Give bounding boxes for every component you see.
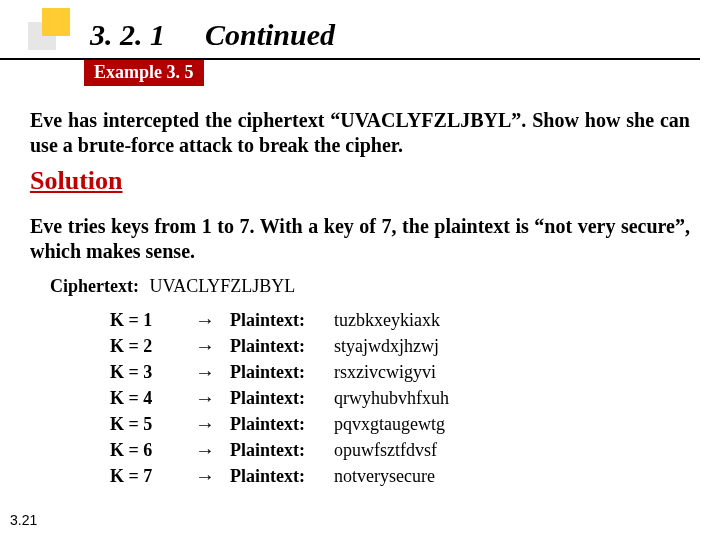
ciphertext-value: UVACLYFZLJBYL: [149, 276, 295, 296]
key-value: K = 2: [110, 336, 180, 357]
arrow-icon: →: [180, 439, 230, 462]
key-value: K = 6: [110, 440, 180, 461]
plaintext-value: qrwyhubvhfxuh: [334, 388, 449, 409]
arrow-icon: →: [180, 387, 230, 410]
section-number: 3. 2. 1: [90, 18, 165, 52]
arrow-icon: →: [180, 361, 230, 384]
ciphertext-line: Ciphertext: UVACLYFZLJBYL: [50, 276, 680, 297]
key-value: K = 4: [110, 388, 180, 409]
key-value: K = 3: [110, 362, 180, 383]
table-row: K = 1→Plaintext:tuzbkxeykiaxk: [110, 309, 680, 332]
slide-header: 3. 2. 1 Continued: [0, 0, 700, 60]
table-row: K = 6→Plaintext:opuwfsztfdvsf: [110, 439, 680, 462]
arrow-icon: →: [180, 465, 230, 488]
example-subheader: Example 3. 5: [0, 60, 720, 90]
plaintext-label: Plaintext:: [230, 466, 330, 487]
ciphertext-label: Ciphertext:: [50, 276, 139, 296]
arrow-icon: →: [180, 309, 230, 332]
solution-heading: Solution: [30, 166, 690, 196]
key-value: K = 7: [110, 466, 180, 487]
plaintext-label: Plaintext:: [230, 388, 330, 409]
brute-force-table: K = 1→Plaintext:tuzbkxeykiaxkK = 2→Plain…: [110, 309, 680, 488]
section-title: Continued: [205, 18, 335, 52]
table-row: K = 4→Plaintext:qrwyhubvhfxuh: [110, 387, 680, 410]
plaintext-value: opuwfsztfdvsf: [334, 440, 437, 461]
table-row: K = 5→Plaintext:pqvxgtaugewtg: [110, 413, 680, 436]
key-value: K = 1: [110, 310, 180, 331]
cipher-block: Ciphertext: UVACLYFZLJBYL K = 1→Plaintex…: [50, 276, 680, 488]
plaintext-label: Plaintext:: [230, 440, 330, 461]
plaintext-value: notverysecure: [334, 466, 435, 487]
table-row: K = 7→Plaintext:notverysecure: [110, 465, 680, 488]
arrow-icon: →: [180, 413, 230, 436]
plaintext-label: Plaintext:: [230, 310, 330, 331]
plaintext-label: Plaintext:: [230, 362, 330, 383]
plaintext-label: Plaintext:: [230, 336, 330, 357]
table-row: K = 3→Plaintext:rsxzivcwigyvi: [110, 361, 680, 384]
page-number: 3.21: [10, 512, 37, 528]
plaintext-value: styajwdxjhzwj: [334, 336, 439, 357]
key-value: K = 5: [110, 414, 180, 435]
table-row: K = 2→Plaintext:styajwdxjhzwj: [110, 335, 680, 358]
solution-explanation: Eve tries keys from 1 to 7. With a key o…: [30, 214, 690, 264]
plaintext-value: tuzbkxeykiaxk: [334, 310, 440, 331]
arrow-icon: →: [180, 335, 230, 358]
plaintext-value: pqvxgtaugewtg: [334, 414, 445, 435]
problem-statement: Eve has intercepted the ciphertext “UVAC…: [30, 108, 690, 158]
example-badge: Example 3. 5: [84, 60, 204, 86]
plaintext-label: Plaintext:: [230, 414, 330, 435]
plaintext-value: rsxzivcwigyvi: [334, 362, 436, 383]
